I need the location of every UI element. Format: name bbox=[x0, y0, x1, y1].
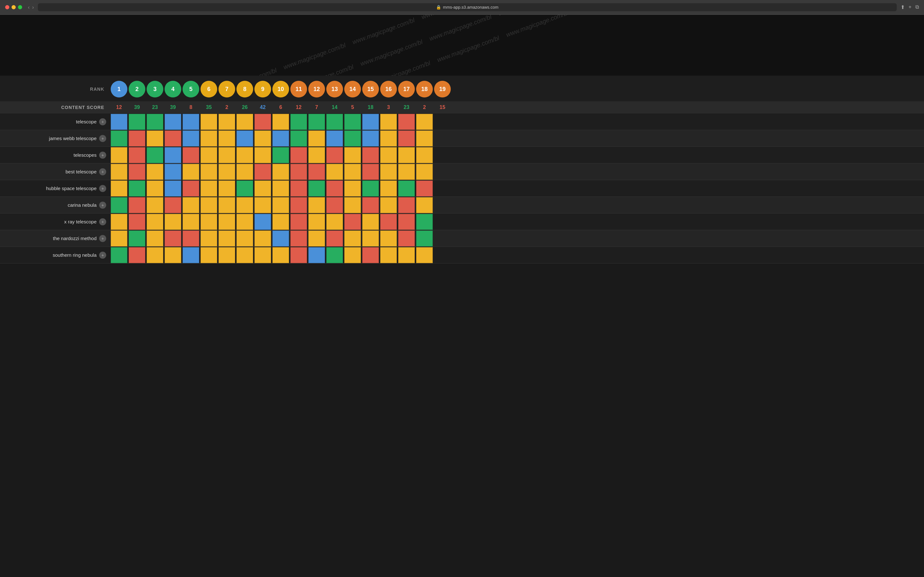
color-cells-4 bbox=[111, 181, 433, 197]
keyword-row: best telescope+ bbox=[0, 163, 924, 180]
rank-circle-7[interactable]: 7 bbox=[218, 81, 235, 97]
score-cell-17: 23 bbox=[398, 105, 415, 110]
address-bar[interactable]: 🔒 mms-app.s3.amazonaws.com bbox=[38, 3, 897, 11]
color-cell-7-5 bbox=[200, 230, 217, 247]
color-cell-7-12 bbox=[326, 230, 343, 247]
color-cell-1-16 bbox=[398, 131, 415, 147]
color-cell-6-14 bbox=[362, 214, 379, 230]
add-keyword-button-1[interactable]: + bbox=[99, 135, 106, 142]
rank-circle-15[interactable]: 15 bbox=[362, 81, 379, 97]
score-cell-5: 8 bbox=[183, 105, 199, 110]
rank-circle-10[interactable]: 10 bbox=[272, 81, 289, 97]
rank-circle-14[interactable]: 14 bbox=[344, 81, 361, 97]
rank-circle-2[interactable]: 2 bbox=[129, 81, 145, 97]
rank-circle-17[interactable]: 17 bbox=[398, 81, 415, 97]
tabs-icon[interactable]: ⧉ bbox=[915, 4, 919, 10]
add-keyword-button-2[interactable]: + bbox=[99, 152, 106, 159]
rank-circle-6[interactable]: 6 bbox=[200, 81, 217, 97]
keyword-row: telescope+ bbox=[0, 113, 924, 130]
close-button[interactable] bbox=[5, 5, 9, 9]
color-cell-6-6 bbox=[218, 214, 235, 230]
color-cell-5-8 bbox=[254, 197, 271, 213]
color-cells-6 bbox=[111, 214, 433, 230]
color-cell-2-0 bbox=[111, 147, 128, 163]
color-cell-3-5 bbox=[200, 164, 217, 180]
color-cell-1-0 bbox=[111, 131, 128, 147]
rank-circle-5[interactable]: 5 bbox=[183, 81, 199, 97]
rank-circle-19[interactable]: 19 bbox=[434, 81, 451, 97]
add-keyword-button-5[interactable]: + bbox=[99, 201, 106, 209]
color-cell-3-1 bbox=[129, 164, 145, 180]
color-cell-7-14 bbox=[362, 230, 379, 247]
color-cell-8-8 bbox=[254, 247, 271, 263]
color-cell-7-8 bbox=[254, 230, 271, 247]
watermark-item: www.magicpage.com/bl bbox=[209, 63, 282, 76]
color-cell-5-15 bbox=[380, 197, 397, 213]
score-cell-14: 5 bbox=[344, 105, 361, 110]
rank-circle-12[interactable]: 12 bbox=[309, 81, 325, 97]
color-cell-0-9 bbox=[272, 114, 289, 130]
color-cell-0-5 bbox=[200, 114, 217, 130]
color-cell-5-14 bbox=[362, 197, 379, 213]
rank-circle-13[interactable]: 13 bbox=[326, 81, 343, 97]
color-cell-8-14 bbox=[362, 247, 379, 263]
rank-circle-3[interactable]: 3 bbox=[147, 81, 163, 97]
forward-button[interactable]: › bbox=[32, 5, 34, 10]
add-keyword-button-6[interactable]: + bbox=[99, 218, 106, 226]
score-cell-19: 15 bbox=[434, 105, 451, 110]
color-cell-7-2 bbox=[147, 230, 163, 247]
color-cell-7-4 bbox=[183, 230, 199, 247]
color-cell-2-1 bbox=[129, 147, 145, 163]
add-keyword-button-8[interactable]: + bbox=[99, 251, 106, 259]
color-cell-5-10 bbox=[290, 197, 307, 213]
color-cell-4-2 bbox=[147, 181, 163, 197]
color-cell-4-17 bbox=[416, 181, 433, 197]
rank-circle-18[interactable]: 18 bbox=[416, 81, 433, 97]
add-keyword-button-4[interactable]: + bbox=[99, 185, 106, 192]
color-cell-7-9 bbox=[272, 230, 289, 247]
color-cell-6-5 bbox=[200, 214, 217, 230]
color-cell-0-14 bbox=[362, 114, 379, 130]
color-cell-3-4 bbox=[183, 164, 199, 180]
color-cell-1-10 bbox=[290, 131, 307, 147]
keyword-row: x ray telescope+ bbox=[0, 213, 924, 230]
color-cell-7-11 bbox=[309, 230, 325, 247]
color-cell-4-15 bbox=[380, 181, 397, 197]
color-cell-0-7 bbox=[236, 114, 253, 130]
color-cell-7-15 bbox=[380, 230, 397, 247]
color-cell-2-9 bbox=[272, 147, 289, 163]
new-tab-icon[interactable]: + bbox=[909, 4, 911, 10]
score-cell-2: 39 bbox=[129, 105, 145, 110]
rank-circle-4[interactable]: 4 bbox=[165, 81, 181, 97]
back-button[interactable]: ‹ bbox=[28, 5, 29, 10]
rank-circle-1[interactable]: 1 bbox=[111, 81, 128, 97]
color-cell-2-11 bbox=[309, 147, 325, 163]
color-cell-5-9 bbox=[272, 197, 289, 213]
color-cell-2-8 bbox=[254, 147, 271, 163]
color-cell-3-10 bbox=[290, 164, 307, 180]
rank-circle-8[interactable]: 8 bbox=[236, 81, 253, 97]
color-cell-3-16 bbox=[398, 164, 415, 180]
add-keyword-button-7[interactable]: + bbox=[99, 235, 106, 242]
share-icon[interactable]: ⬆ bbox=[901, 4, 905, 10]
color-cell-3-0 bbox=[111, 164, 128, 180]
rank-circles: 12345678910111213141516171819 bbox=[111, 81, 451, 97]
minimize-button[interactable] bbox=[11, 5, 16, 9]
add-keyword-button-0[interactable]: + bbox=[99, 118, 106, 125]
color-cell-2-10 bbox=[290, 147, 307, 163]
color-cell-8-10 bbox=[290, 247, 307, 263]
keyword-label-0: telescope+ bbox=[0, 118, 111, 125]
add-keyword-button-3[interactable]: + bbox=[99, 168, 106, 175]
rank-circle-16[interactable]: 16 bbox=[380, 81, 397, 97]
score-cell-11: 12 bbox=[290, 105, 307, 110]
color-cell-3-7 bbox=[236, 164, 253, 180]
browser-navigation: ‹ › bbox=[28, 5, 34, 10]
rank-circle-11[interactable]: 11 bbox=[290, 81, 307, 97]
color-cell-1-15 bbox=[380, 131, 397, 147]
score-cell-4: 39 bbox=[165, 105, 181, 110]
rank-circle-9[interactable]: 9 bbox=[254, 81, 271, 97]
keyword-row: james webb telescope+ bbox=[0, 130, 924, 147]
browser-actions: ⬆ + ⧉ bbox=[901, 4, 919, 10]
color-cell-8-1 bbox=[129, 247, 145, 263]
maximize-button[interactable] bbox=[18, 5, 22, 9]
